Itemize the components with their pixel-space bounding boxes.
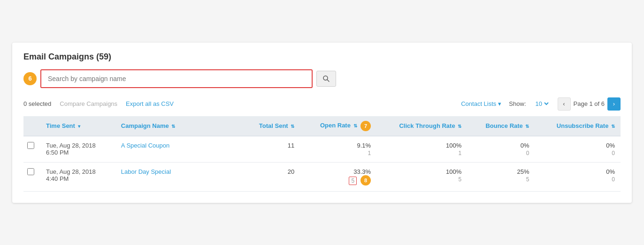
pagination: ‹ Page 1 of 6 › (558, 97, 621, 111)
row1-checkbox-cell (23, 136, 40, 162)
th-time-sent[interactable]: Time Sent ▾ (40, 116, 115, 136)
row2-bounce-rate: 25% 5 (467, 162, 535, 191)
chevron-right-icon: › (613, 100, 615, 107)
search-input-wrapper (40, 69, 313, 88)
sort-unsub-icon: ⇅ (611, 124, 615, 129)
search-icon (322, 75, 330, 82)
row1-checkbox[interactable] (27, 142, 34, 149)
contact-lists-button[interactable]: Contact Lists ▾ (461, 100, 501, 107)
row2-checkbox[interactable] (27, 168, 34, 175)
search-row: 6 (23, 69, 621, 88)
th-open-rate[interactable]: Open Rate ⇅ 7 (300, 116, 376, 136)
table-row: Tue, Aug 28, 2018 4:40 PM Labor Day Spec… (23, 162, 621, 191)
page-title: Email Campaigns (59) (23, 52, 621, 62)
th-bounce-rate[interactable]: Bounce Rate ⇅ (467, 116, 535, 136)
sort-total-icon: ⇅ (291, 124, 294, 129)
sort-open-icon: ⇅ (353, 123, 357, 128)
show-label: Show: (509, 100, 526, 107)
row1-click-through-rate: 100% 1 (376, 136, 467, 162)
campaigns-table: Time Sent ▾ Campaign Name ⇅ Total Sent ⇅… (23, 116, 621, 192)
email-campaigns-panel: Email Campaigns (59) 6 0 selected Compar… (12, 43, 632, 203)
compare-campaigns-button[interactable]: Compare Campaigns (60, 100, 117, 107)
selected-count: 0 selected (23, 100, 51, 107)
row2-open-count-bordered: 5 (349, 177, 357, 185)
th-unsubscribe-rate[interactable]: Unsubscribe Rate ⇅ (535, 116, 621, 136)
row1-unsubscribe-rate: 0% 0 (535, 136, 621, 162)
row1-total-sent: 11 (243, 136, 300, 162)
toolbar-right: Contact Lists ▾ Show: 10 25 50 ‹ Page 1 … (461, 97, 621, 111)
sort-bounce-icon: ⇅ (525, 124, 529, 129)
row2-click-through-rate: 100% 5 (376, 162, 467, 191)
svg-point-0 (323, 76, 328, 80)
open-rate-badge-7: 7 (360, 121, 371, 131)
th-click-through-rate[interactable]: Click Through Rate ⇅ (376, 116, 467, 136)
next-page-button[interactable]: › (607, 97, 621, 111)
chevron-left-icon: ‹ (563, 100, 565, 107)
svg-line-1 (328, 80, 330, 82)
th-campaign-name[interactable]: Campaign Name ⇅ (115, 116, 243, 136)
row2-checkbox-cell (23, 162, 40, 191)
search-button[interactable] (316, 71, 336, 87)
row1-date: Tue, Aug 28, 2018 6:50 PM (40, 136, 115, 162)
th-total-sent[interactable]: Total Sent ⇅ (243, 116, 300, 136)
sort-ctr-icon: ⇅ (458, 124, 461, 129)
row1-bounce-rate: 0% 0 (467, 136, 535, 162)
row2-campaign-link[interactable]: Labor Day Special (121, 168, 171, 175)
table-header-row: Time Sent ▾ Campaign Name ⇅ Total Sent ⇅… (23, 116, 621, 136)
row2-date: Tue, Aug 28, 2018 4:40 PM (40, 162, 115, 191)
toolbar-row: 0 selected Compare Campaigns Export all … (23, 97, 621, 111)
export-csv-button[interactable]: Export all as CSV (126, 100, 174, 107)
row1-campaign-name: A Special Coupon (115, 136, 243, 162)
row1-campaign-link[interactable]: A Special Coupon (121, 142, 169, 149)
table-row: Tue, Aug 28, 2018 6:50 PM A Special Coup… (23, 136, 621, 162)
show-select[interactable]: 10 25 50 (534, 100, 550, 108)
search-input[interactable] (41, 70, 312, 87)
row2-total-sent: 20 (243, 162, 300, 191)
row2-open-rate: 33.3% 5 8 (300, 162, 376, 191)
chevron-down-icon: ▾ (498, 100, 501, 107)
sort-campaign-icon: ⇅ (171, 124, 175, 129)
th-checkbox (23, 116, 40, 136)
page-indicator: Page 1 of 6 (574, 100, 605, 107)
open-count-badge-8: 8 (360, 175, 371, 186)
row1-open-rate: 9.1% 1 (300, 136, 376, 162)
row2-campaign-name: Labor Day Special (115, 162, 243, 191)
row2-unsubscribe-rate: 0% 0 (535, 162, 621, 191)
prev-page-button[interactable]: ‹ (558, 97, 571, 111)
search-badge-6: 6 (23, 72, 37, 85)
sort-time-icon: ▾ (78, 124, 80, 129)
